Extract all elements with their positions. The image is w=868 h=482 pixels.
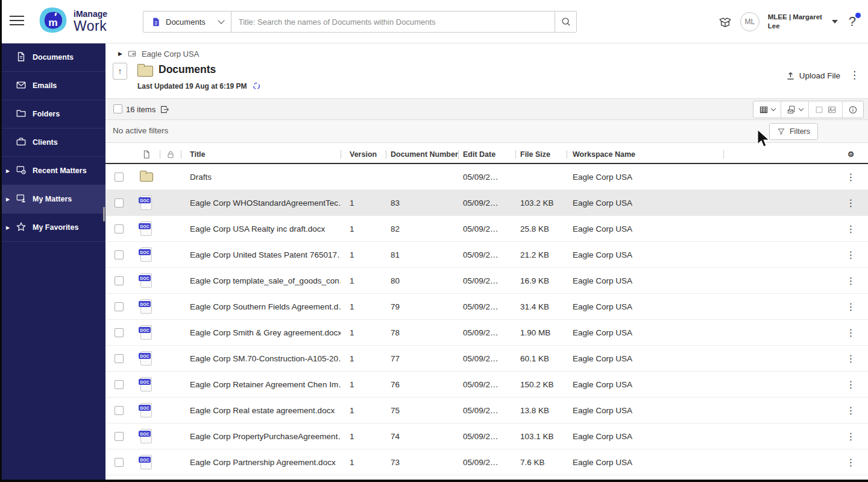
row-checkbox[interactable] bbox=[115, 380, 124, 389]
row-checkbox[interactable] bbox=[115, 328, 124, 337]
document-title[interactable]: Eagle Corp template_sale_of_goods_con… bbox=[181, 276, 341, 285]
folder-icon bbox=[140, 173, 153, 182]
sidebar-item-label: My Matters bbox=[33, 195, 72, 203]
select-all-checkbox[interactable] bbox=[113, 104, 122, 113]
search-input[interactable] bbox=[231, 11, 555, 32]
document-icon bbox=[16, 51, 28, 63]
info-button[interactable] bbox=[842, 101, 863, 118]
row-menu-button[interactable]: ⋮ bbox=[834, 249, 868, 261]
document-title[interactable]: Eagle Corp Smith & Grey agreement.docx bbox=[181, 328, 341, 337]
document-title[interactable]: Eagle Corp Real estate agreement.docx bbox=[181, 406, 341, 415]
column-header-edit-date[interactable]: Edit Date bbox=[458, 145, 515, 163]
user-avatar[interactable]: ML bbox=[740, 12, 760, 31]
table-row[interactable]: DOC Eagle Corp Retainer Agreement Chen I… bbox=[105, 372, 868, 398]
table-row[interactable]: DOC Eagle Corp Smith & Grey agreement.do… bbox=[105, 320, 868, 346]
table-row[interactable]: DOC Eagle Corp United States Patent 7650… bbox=[105, 242, 868, 268]
sidebar-item-documents[interactable]: Documents bbox=[0, 43, 105, 72]
user-menu-caret-icon[interactable] bbox=[832, 20, 838, 24]
sidebar-item-folders[interactable]: Folders bbox=[0, 100, 105, 128]
row-menu-button[interactable]: ⋮ bbox=[834, 197, 868, 209]
column-settings-button[interactable]: ⚙ bbox=[834, 145, 868, 163]
file-type-column-icon[interactable] bbox=[133, 145, 160, 163]
table-row[interactable]: DOC Eagle Corp SM.70-Construction-A105-2… bbox=[105, 346, 868, 372]
row-menu-button[interactable]: ⋮ bbox=[834, 379, 868, 390]
row-checkbox[interactable] bbox=[115, 354, 124, 363]
whats-new-button[interactable] bbox=[719, 15, 732, 28]
page-menu-button[interactable]: ⋮ bbox=[849, 70, 860, 81]
document-title[interactable]: Eagle Corp Southern Fields Agreement.d… bbox=[181, 302, 341, 311]
document-title[interactable]: Eagle Corp SM.70-Construction-A105-20… bbox=[181, 354, 341, 363]
row-menu-button[interactable]: ⋮ bbox=[834, 223, 868, 235]
export-button[interactable] bbox=[160, 104, 170, 117]
upload-file-button[interactable]: Upload File bbox=[785, 71, 840, 81]
table-row[interactable]: DOC Eagle Corp PropertyPurchaseAgreement… bbox=[105, 423, 868, 449]
table-view-button[interactable] bbox=[753, 101, 781, 118]
file-size: 16.9 KB bbox=[515, 276, 567, 285]
document-number: 73 bbox=[386, 458, 458, 467]
expand-arrow-icon[interactable]: ▶ bbox=[0, 197, 16, 202]
document-title[interactable]: Eagle Corp United States Patent 765017… bbox=[181, 250, 341, 259]
row-checkbox[interactable] bbox=[115, 406, 124, 415]
table-header: Title Version Document Number Edit Date … bbox=[105, 145, 868, 164]
document-title[interactable]: Eagle Corp USA Realty inc draft.docx bbox=[181, 224, 341, 233]
column-header-workspace-name[interactable]: Workspace Name bbox=[567, 145, 723, 163]
sidebar-item-clients[interactable]: Clients bbox=[0, 128, 105, 157]
row-checkbox[interactable] bbox=[115, 432, 124, 441]
sidebar-item-emails[interactable]: Emails bbox=[0, 72, 105, 100]
search-button[interactable] bbox=[555, 11, 576, 32]
sidebar-item-my-favorites[interactable]: ▶ My Favorites bbox=[0, 214, 105, 242]
edit-date: 05/09/2… bbox=[458, 406, 515, 415]
row-menu-button[interactable]: ⋮ bbox=[834, 275, 868, 287]
filters-button[interactable]: Filters bbox=[769, 123, 818, 140]
table-row[interactable]: DOC Eagle Corp template_sale_of_goods_co… bbox=[105, 268, 868, 294]
row-menu-button[interactable]: ⋮ bbox=[834, 457, 868, 468]
table-row[interactable]: DOC Eagle Corp Southern Fields Agreement… bbox=[105, 294, 868, 320]
column-header-file-size[interactable]: File Size bbox=[515, 145, 567, 163]
row-checkbox[interactable] bbox=[115, 250, 124, 259]
refresh-icon[interactable] bbox=[252, 81, 261, 90]
document-title[interactable]: Eagle Corp PropertyPurchaseAgreement… bbox=[181, 432, 341, 441]
share-options-button[interactable] bbox=[781, 101, 808, 118]
breadcrumb[interactable]: ▶ Eagle Corp USA bbox=[118, 49, 199, 59]
document-title[interactable]: Drafts bbox=[181, 173, 341, 182]
expand-arrow-icon[interactable]: ▶ bbox=[0, 168, 16, 174]
row-checkbox[interactable] bbox=[115, 276, 124, 285]
row-menu-button[interactable]: ⋮ bbox=[834, 353, 868, 364]
search-scope-dropdown[interactable]: Documents bbox=[143, 11, 231, 32]
row-menu-button[interactable]: ⋮ bbox=[834, 327, 868, 338]
breadcrumb-expand-icon[interactable]: ▶ bbox=[118, 51, 122, 57]
row-checkbox[interactable] bbox=[115, 458, 124, 467]
expand-arrow-icon[interactable]: ▶ bbox=[0, 225, 16, 230]
row-menu-button[interactable]: ⋮ bbox=[834, 171, 868, 183]
table-row[interactable]: DOC Eagle Corp USA Realty inc draft.docx… bbox=[105, 216, 868, 242]
help-button[interactable]: ? bbox=[846, 14, 861, 30]
sidebar-item-my-matters[interactable]: ▶ My Matters bbox=[0, 185, 105, 214]
column-header-document-number[interactable]: Document Number bbox=[386, 145, 458, 163]
breadcrumb-label[interactable]: Eagle Corp USA bbox=[142, 49, 199, 59]
document-title[interactable]: Eagle Corp Retainer Agreement Chen Im… bbox=[181, 380, 341, 389]
row-checkbox[interactable] bbox=[115, 302, 124, 311]
lock-column-icon[interactable] bbox=[160, 145, 181, 163]
row-menu-button[interactable]: ⋮ bbox=[834, 431, 868, 442]
row-checkbox[interactable] bbox=[115, 173, 124, 182]
product-name: Work bbox=[74, 19, 107, 33]
table-row[interactable]: Drafts 05/09/2… Eagle Corp USA ⋮ bbox=[105, 164, 868, 190]
document-title[interactable]: Eagle Corp Partnership Agreement.docx bbox=[181, 458, 341, 467]
row-menu-button[interactable]: ⋮ bbox=[834, 301, 868, 312]
document-column-icon bbox=[142, 150, 151, 159]
row-menu-button[interactable]: ⋮ bbox=[834, 405, 868, 416]
table-row[interactable]: DOC Eagle Corp WHOStandardAgreementTec… … bbox=[105, 190, 868, 216]
hamburger-menu-icon[interactable] bbox=[10, 16, 24, 27]
preview-toggle-group[interactable] bbox=[808, 101, 842, 118]
go-up-button[interactable]: ↑ bbox=[113, 63, 127, 80]
row-checkbox[interactable] bbox=[115, 198, 124, 208]
column-header-version[interactable]: Version bbox=[341, 145, 386, 163]
document-title[interactable]: Eagle Corp WHOStandardAgreementTec… bbox=[181, 198, 341, 208]
row-checkbox[interactable] bbox=[115, 224, 124, 233]
sidebar-item-recent-matters[interactable]: ▶ Recent Matters bbox=[0, 157, 105, 185]
table-row[interactable]: DOC Eagle Corp Partnership Agreement.doc… bbox=[105, 449, 868, 475]
column-header-title[interactable]: Title bbox=[181, 145, 341, 163]
document-number: 76 bbox=[386, 380, 458, 389]
sidebar-resize-handle[interactable] bbox=[103, 207, 105, 221]
table-row[interactable]: DOC Eagle Corp Real estate agreement.doc… bbox=[105, 398, 868, 423]
